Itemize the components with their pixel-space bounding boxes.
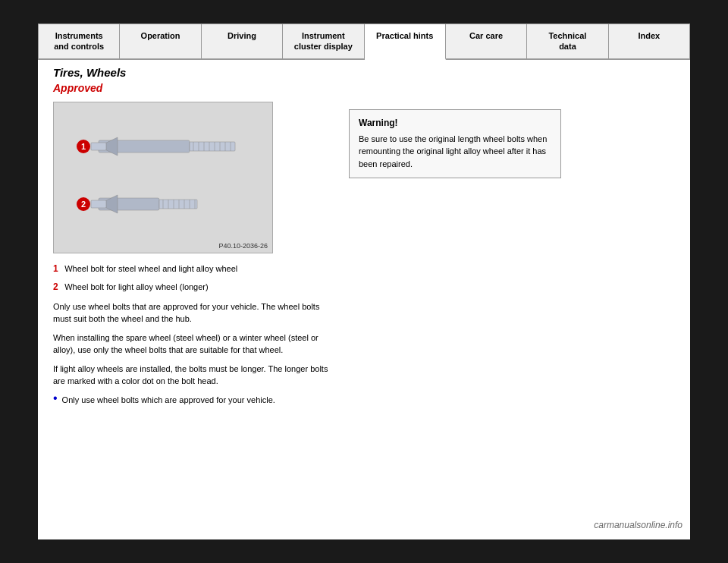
nav-operation[interactable]: Operation xyxy=(120,24,201,58)
body-para-2: When installing the spare wheel (steel w… xyxy=(53,332,334,357)
nav-instruments[interactable]: Instrumentsand controls xyxy=(39,24,120,58)
warning-text: Be sure to use the original length wheel… xyxy=(359,133,551,171)
bolt2-label: 2 xyxy=(53,282,58,292)
section-title: Approved xyxy=(53,82,675,94)
bolt1-label: 1 xyxy=(53,263,58,274)
svg-text:2: 2 xyxy=(81,200,86,209)
image-caption: P40.10-2036-26 xyxy=(218,242,268,250)
footer: carmanualsonline.info xyxy=(594,520,682,530)
svg-rect-17 xyxy=(159,200,197,209)
nav-car-care[interactable]: Car care xyxy=(446,24,527,58)
content-area: Tires, Wheels Approved 1 xyxy=(38,60,690,534)
svg-rect-26 xyxy=(91,200,106,208)
bolt2-entry: 2 Wheel bolt for light alloy wheel (long… xyxy=(53,279,334,293)
bolt1-entry: 1 Wheel bolt for steel wheel and light a… xyxy=(53,261,334,275)
bullet-text: Only use wheel bolts which are approved … xyxy=(62,394,275,407)
navigation-bar: Instrumentsand controls Operation Drivin… xyxy=(38,24,690,60)
nav-instrument-cluster[interactable]: Instrumentcluster display xyxy=(283,24,364,58)
bolts-svg: 1 xyxy=(64,107,262,247)
bolt1-desc: Wheel bolt for steel wheel and light all… xyxy=(64,264,237,273)
two-column-layout: 1 xyxy=(53,102,675,410)
warning-title: Warning! xyxy=(359,118,551,128)
svg-text:1: 1 xyxy=(81,142,86,151)
page-container: Instrumentsand controls Operation Drivin… xyxy=(38,24,690,539)
body-para-3: If light alloy wheels are installed, the… xyxy=(53,363,334,388)
bolt-image: 1 xyxy=(53,102,273,253)
nav-practical-hints[interactable]: Practical hints xyxy=(365,24,446,60)
right-column: Warning! Be sure to use the original len… xyxy=(349,102,675,410)
footer-logo: carmanualsonline.info xyxy=(594,520,682,530)
body-para-1: Only use wheel bolts that are approved f… xyxy=(53,300,334,326)
nav-technical-data[interactable]: Technicaldata xyxy=(527,24,608,58)
bolt2-desc: Wheel bolt for light alloy wheel (longer… xyxy=(64,282,209,291)
bullet-item-1: • Only use wheel bolts which are approve… xyxy=(53,394,334,407)
svg-rect-3 xyxy=(190,142,235,151)
nav-index[interactable]: Index xyxy=(609,24,689,58)
warning-box: Warning! Be sure to use the original len… xyxy=(349,109,561,179)
svg-rect-13 xyxy=(91,143,106,150)
page-title: Tires, Wheels xyxy=(53,66,675,79)
left-column: 1 xyxy=(53,102,334,410)
bullet-dot: • xyxy=(53,392,58,407)
nav-driving[interactable]: Driving xyxy=(202,24,283,58)
